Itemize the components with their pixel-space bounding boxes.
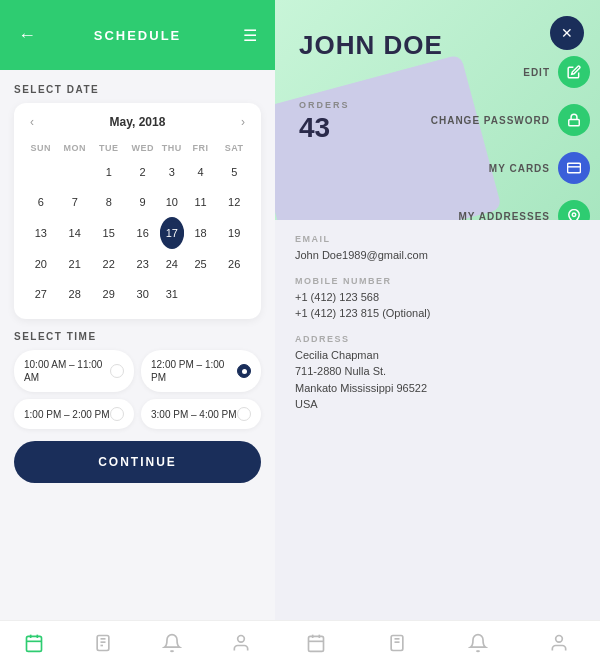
continue-button[interactable]: CONTINUE bbox=[14, 441, 261, 483]
select-date-label: SELECT DATE bbox=[14, 84, 261, 95]
calendar-day[interactable]: 18 bbox=[184, 217, 218, 249]
calendar-day[interactable]: 15 bbox=[92, 217, 126, 249]
time-slot-radio bbox=[110, 407, 124, 421]
day-tue: TUE bbox=[92, 139, 126, 157]
edit-button[interactable]: EDIT bbox=[417, 50, 600, 94]
time-slot[interactable]: 1:00 PM – 2:00 PM bbox=[14, 399, 134, 429]
time-slots-grid: 10:00 AM – 11:00 AM12:00 PM – 1:00 PM1:0… bbox=[14, 350, 261, 429]
calendar-day[interactable]: 14 bbox=[58, 217, 92, 249]
svg-point-8 bbox=[237, 636, 244, 643]
profile-header: JOHN DOE ORDERS 43 ✕ EDIT CHANGE PASSWOR… bbox=[275, 0, 600, 220]
back-icon[interactable]: ← bbox=[18, 25, 36, 46]
time-slot-label: 12:00 PM – 1:00 PM bbox=[151, 358, 237, 384]
calendar-day[interactable]: 27 bbox=[24, 279, 58, 309]
prev-month-button[interactable]: ‹ bbox=[24, 113, 40, 131]
bottom-nav-right bbox=[275, 620, 600, 667]
nav-person[interactable] bbox=[223, 629, 259, 657]
nav-calendar[interactable] bbox=[16, 629, 52, 657]
day-fri: FRI bbox=[184, 139, 218, 157]
calendar-day[interactable]: 2 bbox=[125, 157, 159, 187]
calendar-day[interactable]: 22 bbox=[92, 249, 126, 279]
calendar-day[interactable]: 12 bbox=[217, 187, 251, 217]
schedule-panel: ← SCHEDULE ☰ SELECT DATE ‹ May, 2018 › S… bbox=[0, 0, 275, 667]
detail-value: John Doe1989@gmail.com bbox=[295, 247, 580, 264]
my-addresses-button[interactable]: MY ADDRESSES bbox=[417, 194, 600, 220]
calendar-day[interactable]: 3 bbox=[160, 157, 184, 187]
profile-panel: JOHN DOE ORDERS 43 ✕ EDIT CHANGE PASSWOR… bbox=[275, 0, 600, 667]
detail-label: MOBILE NUMBER bbox=[295, 276, 580, 286]
calendar-day[interactable]: 26 bbox=[217, 249, 251, 279]
calendar-day[interactable]: 8 bbox=[92, 187, 126, 217]
calendar-day[interactable]: 31 bbox=[160, 279, 184, 309]
edit-label: EDIT bbox=[523, 67, 550, 78]
calendar-day[interactable]: 21 bbox=[58, 249, 92, 279]
calendar-grid: SUN MON TUE WED THU FRI SAT 123456789101… bbox=[24, 139, 251, 309]
calendar-day[interactable]: 16 bbox=[125, 217, 159, 249]
calendar-day[interactable]: 13 bbox=[24, 217, 58, 249]
calendar-day[interactable]: 24 bbox=[160, 249, 184, 279]
detail-value: +1 (412) 123 568 +1 (412) 123 815 (Optio… bbox=[295, 289, 580, 322]
orders-label: ORDERS bbox=[299, 100, 350, 110]
calendar-day[interactable]: 19 bbox=[217, 217, 251, 249]
header-title: SCHEDULE bbox=[94, 28, 182, 43]
time-slot[interactable]: 12:00 PM – 1:00 PM bbox=[141, 350, 261, 392]
close-button[interactable]: ✕ bbox=[550, 16, 584, 50]
right-nav-person[interactable] bbox=[541, 629, 577, 657]
my-addresses-label: MY ADDRESSES bbox=[459, 211, 550, 221]
detail-group: ADDRESSCecilia Chapman 711-2880 Nulla St… bbox=[295, 334, 580, 413]
calendar-day[interactable]: 10 bbox=[160, 187, 184, 217]
day-sat: SAT bbox=[217, 139, 251, 157]
calendar-day[interactable]: 6 bbox=[24, 187, 58, 217]
calendar-day[interactable]: 7 bbox=[58, 187, 92, 217]
detail-value: Cecilia Chapman 711-2880 Nulla St. Manka… bbox=[295, 347, 580, 413]
change-password-button[interactable]: CHANGE PASSWORD bbox=[417, 98, 600, 142]
nav-bell[interactable] bbox=[154, 629, 190, 657]
my-cards-button[interactable]: MY CARDS bbox=[417, 146, 600, 190]
right-nav-clipboard[interactable] bbox=[379, 629, 415, 657]
calendar-nav: ‹ May, 2018 › bbox=[24, 113, 251, 131]
calendar-day[interactable]: 9 bbox=[125, 187, 159, 217]
calendar-day[interactable]: 23 bbox=[125, 249, 159, 279]
next-month-button[interactable]: › bbox=[235, 113, 251, 131]
day-thu: THU bbox=[160, 139, 184, 157]
detail-group: EMAILJohn Doe1989@gmail.com bbox=[295, 234, 580, 264]
time-slot-label: 3:00 PM – 4:00 PM bbox=[151, 408, 237, 421]
calendar-day[interactable]: 20 bbox=[24, 249, 58, 279]
calendar-day bbox=[58, 157, 92, 187]
svg-rect-13 bbox=[308, 636, 323, 651]
pin-icon bbox=[558, 200, 590, 220]
calendar-day[interactable]: 17 bbox=[160, 217, 184, 249]
calendar-day[interactable]: 30 bbox=[125, 279, 159, 309]
detail-label: EMAIL bbox=[295, 234, 580, 244]
calendar-day[interactable]: 29 bbox=[92, 279, 126, 309]
nav-clipboard[interactable] bbox=[85, 629, 121, 657]
orders-count: 43 bbox=[299, 112, 330, 144]
right-nav-bell[interactable] bbox=[460, 629, 496, 657]
time-slot[interactable]: 10:00 AM – 11:00 AM bbox=[14, 350, 134, 392]
calendar-day[interactable]: 25 bbox=[184, 249, 218, 279]
time-slot[interactable]: 3:00 PM – 4:00 PM bbox=[141, 399, 261, 429]
time-slot-radio bbox=[237, 364, 251, 378]
calendar-day[interactable]: 4 bbox=[184, 157, 218, 187]
calendar-day[interactable]: 11 bbox=[184, 187, 218, 217]
card-icon bbox=[558, 152, 590, 184]
calendar-day[interactable]: 5 bbox=[217, 157, 251, 187]
time-slot-radio bbox=[110, 364, 124, 378]
time-slot-label: 1:00 PM – 2:00 PM bbox=[24, 408, 110, 421]
svg-rect-9 bbox=[569, 119, 580, 125]
edit-icon bbox=[558, 56, 590, 88]
profile-details: EMAILJohn Doe1989@gmail.comMOBILE NUMBER… bbox=[275, 220, 600, 620]
select-time-label: SELECT TIME bbox=[14, 331, 261, 342]
my-cards-label: MY CARDS bbox=[489, 163, 550, 174]
lock-icon bbox=[558, 104, 590, 136]
action-buttons: EDIT CHANGE PASSWORD MY bbox=[417, 50, 600, 220]
change-password-label: CHANGE PASSWORD bbox=[431, 115, 550, 126]
calendar-day[interactable]: 1 bbox=[92, 157, 126, 187]
time-slot-label: 10:00 AM – 11:00 AM bbox=[24, 358, 110, 384]
svg-point-20 bbox=[556, 636, 563, 643]
right-nav-calendar[interactable] bbox=[298, 629, 334, 657]
menu-icon[interactable]: ☰ bbox=[243, 26, 257, 45]
calendar-day[interactable]: 28 bbox=[58, 279, 92, 309]
calendar-day bbox=[24, 157, 58, 187]
calendar-day bbox=[184, 279, 218, 309]
